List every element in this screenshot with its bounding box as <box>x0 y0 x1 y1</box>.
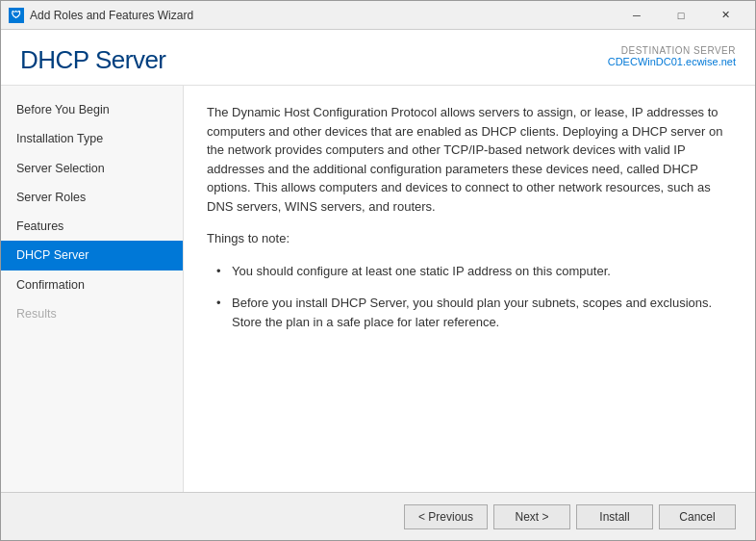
description-text: The Dynamic Host Configuration Protocol … <box>207 103 732 216</box>
maximize-button[interactable]: □ <box>659 1 703 30</box>
install-button[interactable]: Install <box>576 504 653 529</box>
destination-server-info: DESTINATION SERVER CDECWinDC01.ecwise.ne… <box>608 45 736 67</box>
sidebar-item-server-selection[interactable]: Server Selection <box>1 154 183 183</box>
wizard-header: DHCP Server DESTINATION SERVER CDECWinDC… <box>1 30 755 86</box>
sidebar-item-installation-type[interactable]: Installation Type <box>1 124 183 153</box>
app-icon: 🛡 <box>9 8 24 23</box>
sidebar-item-dhcp-server[interactable]: DHCP Server <box>1 241 183 270</box>
sidebar-item-server-roles[interactable]: Server Roles <box>1 183 183 212</box>
main-content-area: The Dynamic Host Configuration Protocol … <box>184 86 755 492</box>
server-name: CDECWinDC01.ecwise.net <box>608 56 736 67</box>
cancel-button[interactable]: Cancel <box>659 504 736 529</box>
wizard-footer: < Previous Next > Install Cancel <box>1 492 755 540</box>
wizard-body: Before You Begin Installation Type Serve… <box>1 86 755 492</box>
sidebar: Before You Begin Installation Type Serve… <box>1 86 184 492</box>
title-bar: 🛡 Add Roles and Features Wizard ─ □ ✕ <box>1 1 755 30</box>
sidebar-item-features[interactable]: Features <box>1 212 183 241</box>
title-bar-text: Add Roles and Features Wizard <box>30 9 615 22</box>
minimize-button[interactable]: ─ <box>615 1 659 30</box>
bullet-list: You should configure at least one static… <box>216 262 732 332</box>
sidebar-item-before-you-begin[interactable]: Before You Begin <box>1 95 183 124</box>
window-controls: ─ □ ✕ <box>615 1 747 30</box>
wizard-content: DHCP Server DESTINATION SERVER CDECWinDC… <box>1 30 755 540</box>
bullet-item-2: Before you install DHCP Server, you shou… <box>216 294 732 331</box>
bullet-item-1: You should configure at least one static… <box>216 262 732 281</box>
wizard-window: 🛡 Add Roles and Features Wizard ─ □ ✕ DH… <box>0 0 756 541</box>
wizard-title: DHCP Server <box>20 45 166 75</box>
sidebar-item-results: Results <box>1 299 183 328</box>
previous-button[interactable]: < Previous <box>404 504 488 529</box>
close-button[interactable]: ✕ <box>703 1 747 30</box>
destination-label: DESTINATION SERVER <box>608 45 736 56</box>
sidebar-item-confirmation[interactable]: Confirmation <box>1 270 183 299</box>
next-button[interactable]: Next > <box>493 504 570 529</box>
things-to-note-label: Things to note: <box>207 229 732 248</box>
